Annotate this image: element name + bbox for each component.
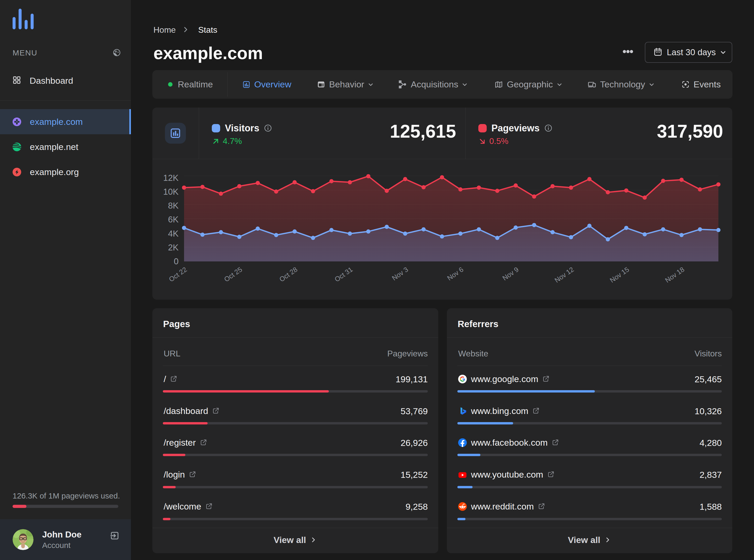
svg-text:Nov 15: Nov 15 <box>608 265 631 284</box>
svg-text:12K: 12K <box>163 173 178 183</box>
svg-text:Nov 18: Nov 18 <box>664 265 686 284</box>
svg-text:6K: 6K <box>168 215 178 224</box>
svg-text:0: 0 <box>174 257 178 266</box>
svg-text:Oct 25: Oct 25 <box>223 265 244 283</box>
svg-text:10K: 10K <box>163 187 178 197</box>
svg-text:8K: 8K <box>168 201 178 211</box>
svg-text:Nov 9: Nov 9 <box>501 265 520 282</box>
svg-text:Oct 31: Oct 31 <box>333 265 354 283</box>
svg-text:Nov 3: Nov 3 <box>391 265 410 282</box>
svg-text:4K: 4K <box>168 229 178 238</box>
svg-text:Oct 22: Oct 22 <box>167 265 188 283</box>
svg-text:2K: 2K <box>168 243 178 252</box>
svg-text:Nov 6: Nov 6 <box>446 265 465 282</box>
svg-text:Oct 28: Oct 28 <box>278 265 299 283</box>
svg-text:Nov 12: Nov 12 <box>553 265 576 284</box>
